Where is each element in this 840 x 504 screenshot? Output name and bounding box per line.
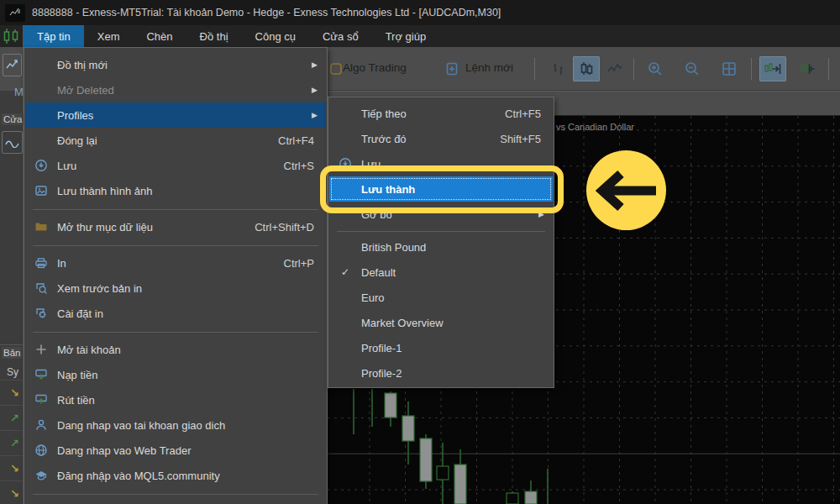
file-menu-item-open-account[interactable]: Mở tài khoản (25, 337, 326, 362)
trend-down-icon: ↘ (10, 487, 19, 500)
file-menu-item-login-mql5[interactable]: Đăng nhập vào MQL5.community (25, 463, 326, 488)
tile-windows-icon[interactable] (716, 56, 743, 81)
toolbar-separator (534, 58, 535, 80)
market-watch-row[interactable]: ↗ (0, 405, 23, 430)
market-watch-row[interactable]: ↗ (0, 430, 23, 455)
withdraw-icon (32, 393, 50, 407)
profiles-item-british-pound[interactable]: British Pound (329, 234, 553, 260)
save-icon (336, 157, 354, 171)
line-chart-icon[interactable] (601, 56, 628, 81)
menu-item-label: Dang nhap vao tai khoan giao dich (57, 419, 326, 432)
profiles-item-default[interactable]: ✓Default (329, 260, 553, 285)
shift-chart-end-icon[interactable] (759, 56, 786, 81)
file-menu-item-deposit[interactable]: Nạp tiền (25, 362, 326, 387)
menu-item-label: Lưu (361, 158, 553, 171)
profiles-item-profile-2[interactable]: Profile-2 (329, 360, 553, 386)
mt5-app-icon (5, 4, 25, 22)
profiles-item-previous[interactable]: Trước đóShift+F5 (329, 126, 553, 151)
save-icon (32, 159, 50, 172)
menu-bar: Tập tinXemChènĐồ thịCông cụCửa sổTrợ giú… (0, 25, 840, 47)
orders-tab-fragment[interactable]: Bản (2, 347, 22, 359)
data-window-tab-fragment[interactable]: Cửa (2, 113, 24, 125)
menu-item-label: Đóng lại (57, 134, 278, 147)
menu-bar-item-help[interactable]: Trợ giúp (372, 25, 440, 47)
toolbar-separator (828, 58, 829, 80)
zoom-in-icon[interactable] (642, 56, 669, 81)
profiles-item-remove[interactable]: Gỡ bỏ▶ (329, 202, 553, 227)
left-toolbar-fragment (0, 47, 23, 91)
menu-item-label: Gỡ bỏ (361, 208, 538, 221)
file-menu-item-save-as-picture[interactable]: Lưu thành hình ảnh (25, 178, 326, 203)
file-menu-item-close[interactable]: Đóng lạiCtrl+F4 (25, 128, 326, 153)
menu-item-label: Trước đó (361, 133, 500, 145)
market-watch-row[interactable]: ↘ (0, 380, 23, 405)
market-watch-row[interactable]: ↘ (0, 455, 23, 480)
menu-item-label: British Pound (361, 241, 553, 254)
menu-item-label: Rút tiền (57, 394, 326, 407)
trend-up-icon: ↗ (10, 412, 19, 424)
menu-bar-item-window[interactable]: Cửa sổ (309, 25, 372, 47)
deposit-icon (32, 368, 50, 381)
person-icon (32, 418, 50, 432)
file-menu-item-save[interactable]: LưuCtrl+S (25, 153, 326, 178)
menu-bar-item-insert[interactable]: Chèn (133, 25, 186, 47)
new-order-button[interactable]: Lệnh mới (465, 61, 513, 74)
profiles-item-save-profile[interactable]: Lưu (329, 151, 553, 176)
file-menu-item-open-data-folder[interactable]: Mở thư mục dữ liệuCtrl+Shift+D (25, 214, 326, 239)
menu-item-shortcut: Ctrl+Shift+D (255, 221, 314, 234)
profiles-item-save-as[interactable]: Lưu thành (329, 176, 553, 202)
menu-bar-item-view[interactable]: Xem (84, 25, 134, 47)
profiles-item-euro[interactable]: Euro (329, 285, 553, 310)
file-menu-item-print-setup[interactable]: Cài đặt in (25, 301, 326, 326)
file-menu-item-open-deleted[interactable]: Mở Deleted▶ (25, 77, 326, 102)
file-menu-item-new-chart[interactable]: Đồ thị mới▶ (25, 52, 326, 77)
file-menu-item-login-web-trader[interactable]: Dang nhap vao Web Trader (25, 438, 326, 463)
submenu-arrow-icon: ▶ (312, 111, 318, 119)
folder-icon (32, 220, 50, 234)
left-menubar-fragment (0, 25, 23, 47)
profiles-item-profile-1[interactable]: Profile-1 (329, 335, 553, 360)
zoom-out-icon[interactable] (679, 56, 706, 81)
checkmark-icon: ✓ (336, 266, 354, 278)
menu-item-label: Mở Deleted (57, 84, 312, 97)
menu-item-label: Default (361, 266, 553, 279)
menu-item-label: Mở tài khoản (57, 344, 326, 356)
candlestick-chart-icon[interactable] (573, 56, 600, 81)
menu-bar-item-tools[interactable]: Công cụ (242, 25, 309, 47)
menu-item-label: Đăng nhập vào MQL5.community (57, 470, 326, 482)
chart-title-fragment: vs Canadian Dollar (556, 122, 634, 132)
menu-item-label: Lưu thành hình ảnh (57, 185, 326, 197)
menu-bar-item-file[interactable]: Tập tin (24, 25, 84, 47)
bar-chart-icon[interactable] (544, 56, 571, 81)
file-menu-item-withdraw[interactable]: Rút tiền (25, 387, 326, 412)
left-panel-strip: M Cửa Bản Sy ↘↗↗↘↘ (0, 25, 24, 504)
profiles-item-next[interactable]: Tiếp theoCtrl+F5 (329, 101, 553, 126)
file-menu-item-print-preview[interactable]: Xem trước bản in (25, 276, 326, 301)
menu-item-shortcut: Ctrl+F4 (278, 134, 314, 147)
trend-down-icon: ↘ (10, 462, 19, 475)
chart-shift-icon[interactable] (3, 54, 22, 76)
new-order-icon[interactable] (438, 56, 465, 81)
toolbar-separator (633, 58, 634, 80)
file-menu-item-login-trade-account[interactable]: Dang nhap vao tai khoan giao dich (25, 412, 326, 438)
menu-separator (33, 494, 318, 495)
menu-item-label: Profile-1 (361, 342, 553, 354)
menu-bar-item-charts[interactable]: Đồ thị (186, 25, 242, 47)
menu-item-label: Dang nhap vao Web Trader (57, 444, 326, 457)
file-menu-item-print[interactable]: InCtrl+P (25, 250, 326, 276)
market-watch-row[interactable]: ↘ (0, 480, 23, 504)
navigator-fragment: M (14, 86, 24, 98)
menu-item-label: Euro (361, 291, 553, 304)
profiles-item-market-overview[interactable]: Market Overview (329, 310, 553, 335)
file-menu-item-exit[interactable]: Thoát (25, 499, 326, 504)
algo-trading-button[interactable]: Algo Trading (343, 61, 407, 74)
file-menu-item-profiles[interactable]: Profiles▶ (25, 102, 326, 128)
menu-separator (337, 231, 545, 232)
trend-up-icon: ↗ (10, 437, 19, 449)
menu-item-label: Profiles (57, 109, 312, 122)
plus-icon (32, 343, 50, 356)
menu-item-label: Cài đặt in (57, 307, 326, 320)
menu-separator (33, 245, 318, 246)
shift-chart-begin-icon[interactable] (793, 56, 820, 81)
line-studies-icon[interactable] (2, 131, 23, 154)
